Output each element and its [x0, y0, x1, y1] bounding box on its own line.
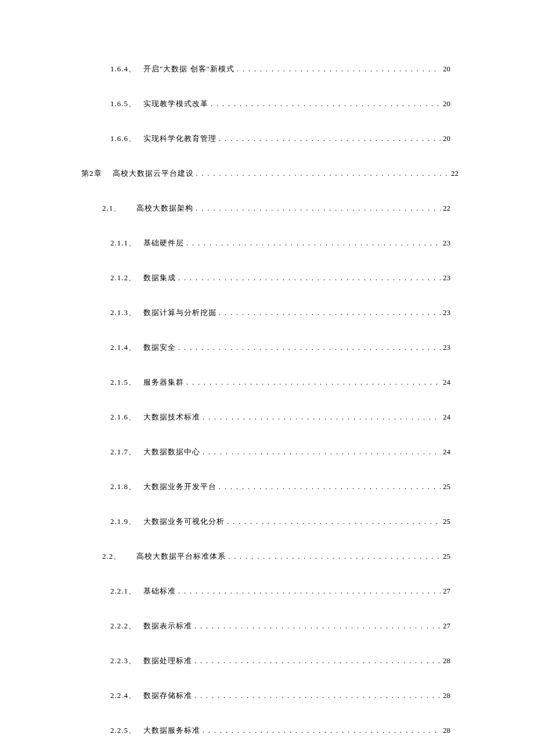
toc-title: 高校大数据平台标准体系: [136, 551, 226, 562]
toc-number: 2.1.2、: [110, 273, 136, 283]
toc-title: 高校大数据云平台建设: [113, 168, 194, 179]
toc-title: 开启"大数据 创客"新模式: [143, 64, 234, 74]
toc-leader-dots: [219, 135, 441, 143]
toc-number: 2.1.4、: [110, 342, 136, 353]
toc-page-number: 28: [443, 726, 450, 735]
toc-number: 1.6.4、: [110, 64, 136, 74]
toc-leader-dots: [227, 518, 441, 526]
toc-number: 2.2.1、: [110, 586, 136, 596]
toc-title: 高校大数据架构: [136, 203, 193, 214]
toc-page-number: 23: [443, 343, 450, 352]
toc-page-number: 23: [443, 308, 450, 317]
toc-leader-dots: [203, 413, 441, 422]
toc-title: 数据存储标准: [143, 690, 192, 701]
toc-page-number: 27: [443, 621, 450, 631]
toc-entry: 2.1.4、数据安全23: [81, 342, 459, 353]
toc-page-number: 20: [443, 99, 450, 108]
toc-page-number: 25: [443, 517, 450, 526]
toc-leader-dots: [178, 343, 441, 352]
toc-page-number: 25: [443, 482, 450, 491]
toc-page-number: 22: [451, 169, 459, 178]
toc-leader-dots: [219, 309, 441, 317]
toc-leader-dots: [186, 239, 441, 248]
toc-number: 2.1.1、: [110, 238, 136, 248]
toc-entry: 2.1、高校大数据架构22: [81, 203, 459, 214]
toc-entry: 2.1.9、大数据业务可视化分析25: [81, 516, 459, 527]
toc-number: 第2章: [81, 168, 102, 179]
toc-entry: 2.1.2、数据集成23: [81, 273, 459, 283]
toc-title: 大数据业务可视化分析: [143, 516, 225, 527]
toc-title: 大数据技术标准: [143, 412, 200, 422]
toc-number: 2.2、: [102, 551, 121, 562]
toc-number: 2.1、: [102, 203, 121, 214]
toc-page-number: 20: [443, 64, 450, 74]
toc-title: 实现科学化教育管理: [143, 133, 217, 144]
toc-number: 2.2.5、: [110, 725, 136, 736]
toc-title: 基础硬件层: [143, 238, 184, 248]
toc-leader-dots: [228, 552, 441, 561]
toc-leader-dots: [219, 483, 441, 491]
toc-entry: 2.2.5、大数据服务标准28: [81, 725, 459, 736]
toc-title: 基础标准: [143, 586, 176, 596]
toc-title: 大数据服务标准: [143, 725, 200, 736]
toc-leader-dots: [203, 726, 441, 735]
toc-number: 2.1.9、: [110, 516, 136, 527]
toc-page-number: 22: [443, 204, 450, 213]
toc-entry: 1.6.4、开启"大数据 创客"新模式20: [81, 64, 459, 74]
toc-page-number: 27: [443, 587, 450, 596]
toc-entry: 2.1.1、基础硬件层23: [81, 238, 459, 248]
toc-leader-dots: [194, 657, 441, 665]
toc-entry: 1.6.5、实现教学模式改革20: [81, 99, 459, 109]
table-of-contents: 1.6.4、开启"大数据 创客"新模式201.6.5、实现教学模式改革201.6…: [81, 64, 459, 736]
toc-entry: 第2章高校大数据云平台建设22: [81, 168, 459, 179]
toc-entry: 2.1.8、大数据业务开发平台25: [81, 482, 459, 492]
toc-leader-dots: [196, 204, 441, 213]
toc-page-number: 23: [443, 273, 450, 283]
toc-entry: 1.6.6、实现科学化教育管理20: [81, 133, 459, 144]
toc-leader-dots: [196, 169, 449, 178]
toc-title: 数据安全: [143, 342, 176, 353]
toc-number: 2.1.3、: [110, 308, 136, 318]
toc-page-number: 25: [443, 552, 450, 561]
toc-entry: 2.2.3、数据处理标准28: [81, 656, 459, 666]
toc-entry: 2.2.4、数据存储标准28: [81, 690, 459, 701]
toc-entry: 2.1.5、服务器集群24: [81, 377, 459, 388]
toc-page-number: 24: [443, 447, 450, 457]
toc-leader-dots: [194, 622, 441, 631]
toc-number: 2.2.2、: [110, 621, 136, 631]
toc-title: 数据表示标准: [143, 621, 192, 631]
toc-number: 2.2.4、: [110, 690, 136, 701]
toc-page-number: 24: [443, 378, 450, 387]
toc-entry: 2.1.6、大数据技术标准24: [81, 412, 459, 422]
toc-entry: 2.2、高校大数据平台标准体系25: [81, 551, 459, 562]
toc-leader-dots: [237, 65, 441, 74]
toc-number: 1.6.5、: [110, 99, 136, 109]
toc-page-number: 20: [443, 134, 450, 143]
toc-title: 大数据业务开发平台: [143, 482, 217, 492]
toc-title: 服务器集群: [143, 377, 184, 388]
toc-entry: 2.2.1、基础标准27: [81, 586, 459, 596]
toc-title: 数据集成: [143, 273, 176, 283]
toc-leader-dots: [178, 587, 441, 596]
toc-title: 数据处理标准: [143, 656, 192, 666]
toc-entry: 2.1.3、数据计算与分析挖掘23: [81, 308, 459, 318]
toc-number: 2.1.8、: [110, 482, 136, 492]
toc-page-number: 23: [443, 238, 450, 248]
toc-leader-dots: [203, 448, 441, 457]
toc-number: 2.1.5、: [110, 377, 136, 388]
toc-number: 2.2.3、: [110, 656, 136, 666]
toc-number: 2.1.6、: [110, 412, 136, 422]
toc-number: 2.1.7、: [110, 447, 136, 457]
toc-leader-dots: [178, 274, 441, 283]
toc-entry: 2.2.2、数据表示标准27: [81, 621, 459, 631]
toc-number: 1.6.6、: [110, 133, 136, 144]
toc-entry: 2.1.7、大数据数据中心24: [81, 447, 459, 457]
toc-page-number: 28: [443, 656, 450, 665]
toc-leader-dots: [194, 692, 441, 700]
toc-title: 数据计算与分析挖掘: [143, 308, 217, 318]
toc-page-number: 28: [443, 691, 450, 700]
toc-title: 实现教学模式改革: [143, 99, 208, 109]
toc-leader-dots: [211, 100, 441, 108]
toc-page-number: 24: [443, 413, 450, 422]
toc-leader-dots: [186, 378, 441, 387]
